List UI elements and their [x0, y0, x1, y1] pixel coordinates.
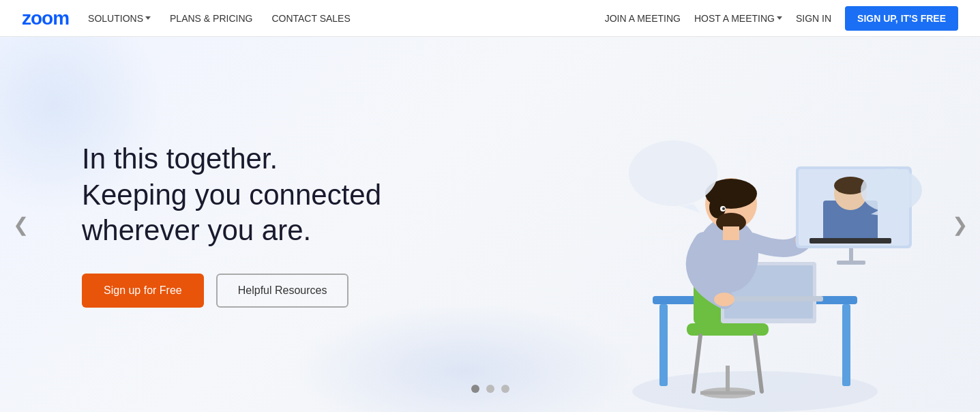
svg-rect-3 — [842, 304, 850, 386]
carousel-next-button[interactable]: ❯ — [946, 211, 973, 238]
svg-rect-4 — [687, 323, 769, 336]
hero-buttons: Sign up for Free Helpful Resources — [82, 274, 381, 308]
hero-content: In this together. Keeping you connected … — [0, 141, 381, 308]
svg-marker-25 — [680, 204, 700, 213]
navbar-right: JOIN A MEETING HOST A MEETING SIGN IN SI… — [605, 6, 958, 31]
hero-section: ❮ In this together. Keeping you connecte… — [0, 37, 980, 412]
chevron-down-icon — [777, 16, 782, 20]
svg-point-24 — [629, 141, 717, 206]
hero-headline: In this together. Keeping you connected … — [82, 141, 381, 249]
svg-point-32 — [861, 168, 922, 212]
nav-host-meeting[interactable]: HOST A MEETING — [694, 13, 782, 24]
svg-rect-34 — [849, 248, 853, 262]
carousel-dot-3[interactable] — [501, 385, 509, 393]
hero-signup-button[interactable]: Sign up for Free — [82, 274, 204, 308]
hero-resources-button[interactable]: Helpful Resources — [216, 274, 349, 308]
carousel-dot-1[interactable] — [471, 385, 479, 393]
nav-contact-sales[interactable]: CONTACT SALES — [271, 13, 350, 24]
hero-illustration — [598, 57, 939, 412]
chevron-down-icon — [145, 16, 151, 20]
carousel-dots — [471, 385, 509, 393]
svg-rect-31 — [810, 238, 891, 244]
signup-button[interactable]: SIGN UP, IT'S FREE — [845, 6, 958, 31]
carousel-dot-2[interactable] — [486, 385, 494, 393]
logo[interactable]: zoom — [22, 8, 69, 29]
nav-sign-in[interactable]: SIGN IN — [796, 13, 831, 24]
navbar: zoom SOLUTIONS PLANS & PRICING CONTACT S… — [0, 0, 980, 37]
svg-point-20 — [722, 207, 725, 210]
svg-rect-21 — [723, 226, 739, 240]
svg-point-22 — [714, 293, 734, 306]
blob-decoration-bottom — [294, 303, 635, 412]
nav-plans-pricing[interactable]: PLANS & PRICING — [170, 13, 252, 24]
nav-join-meeting[interactable]: JOIN A MEETING — [605, 13, 681, 24]
carousel-prev-button[interactable]: ❮ — [7, 211, 34, 238]
svg-rect-35 — [837, 261, 865, 265]
svg-rect-2 — [659, 304, 668, 386]
navbar-left: zoom SOLUTIONS PLANS & PRICING CONTACT S… — [22, 8, 351, 29]
nav-solutions[interactable]: SOLUTIONS — [88, 13, 151, 24]
